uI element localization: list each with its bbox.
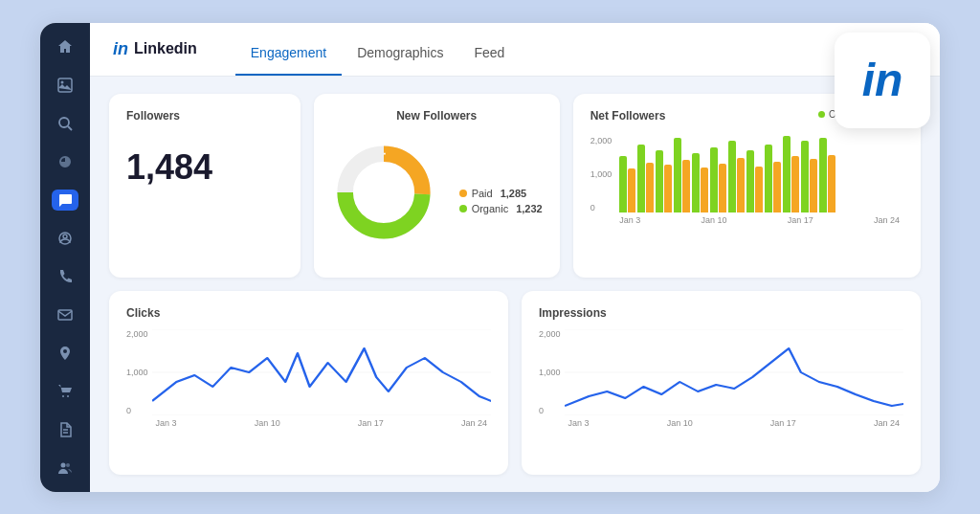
bar-group (656, 150, 672, 212)
followers-title: Followers (126, 109, 283, 123)
clicks-y-labels: 2,000 1,000 0 (126, 329, 148, 415)
clicks-line-chart (152, 329, 491, 415)
bar-chart-wrapper: 2,000 1,000 0 Jan 3 Jan 10 Jan 17 Jan (590, 136, 903, 262)
message-icon[interactable] (52, 190, 78, 211)
svg-point-7 (62, 395, 64, 397)
clicks-card: Clicks 2,000 1,000 0 (109, 291, 508, 475)
svg-point-11 (61, 462, 66, 467)
organic-bar (783, 136, 791, 212)
organic-dot (459, 205, 467, 212)
clicks-chart-area: 2,000 1,000 0 (126, 329, 491, 459)
user-circle-icon[interactable] (52, 228, 78, 249)
svg-point-12 (66, 463, 70, 467)
paid-bar (646, 163, 654, 212)
paid-bar (701, 168, 708, 212)
svg-line-3 (68, 126, 72, 130)
bar-group (692, 153, 708, 212)
organic-bar (746, 150, 754, 212)
impressions-chart-wrapper: 2,000 1,000 0 (539, 329, 903, 459)
paid-bar (628, 168, 635, 212)
impressions-title: Impressions (539, 306, 903, 320)
bar-group (674, 138, 690, 212)
followers-value: 1,484 (126, 147, 283, 188)
home-icon[interactable] (52, 36, 78, 57)
svg-point-8 (67, 395, 69, 397)
linkedin-logo-text: in (113, 39, 128, 59)
organic-bar (710, 147, 718, 212)
organic-bar (637, 145, 645, 212)
organic-bar (656, 150, 663, 212)
organic-legend-dot (818, 111, 825, 118)
location-icon[interactable] (52, 343, 78, 364)
file-icon[interactable] (52, 419, 78, 440)
paid-bar (810, 159, 817, 212)
group-icon[interactable] (52, 458, 78, 479)
svg-point-2 (59, 118, 69, 127)
bar-chart (615, 136, 903, 212)
clicks-chart-wrapper: 2,000 1,000 0 (126, 329, 491, 459)
chart-icon[interactable] (52, 151, 78, 172)
organic-bar (692, 153, 700, 212)
tab-demographics[interactable]: Demographics (342, 23, 458, 76)
organic-bar (765, 145, 772, 212)
linkedin-big-logo: in (862, 57, 903, 103)
paid-bar (737, 158, 745, 212)
cart-icon[interactable] (52, 381, 78, 402)
main-container: in Linkedin Engagement Demographics Feed (40, 23, 940, 492)
impressions-y-labels: 2,000 1,000 0 (539, 329, 561, 415)
tab-feed[interactable]: Feed (458, 23, 520, 76)
impressions-card: Impressions 2,000 1,000 0 (522, 291, 921, 475)
organic-bar (619, 156, 627, 212)
sidebar (40, 23, 90, 492)
paid-bar (682, 160, 690, 212)
new-followers-title: New Followers (396, 109, 477, 123)
paid-bar (791, 156, 799, 212)
phone-icon[interactable] (52, 266, 78, 287)
svg-point-1 (61, 80, 64, 83)
donut-legend: Paid 1,285 Organic 1,232 (459, 188, 543, 214)
content-area: Followers 1,484 New Followers (90, 77, 940, 492)
new-followers-card: New Followers (314, 94, 560, 278)
bar-group (746, 150, 763, 212)
donut-chart (331, 140, 446, 255)
image-icon[interactable] (52, 75, 78, 96)
main-content: in Linkedin Engagement Demographics Feed (90, 23, 940, 492)
app-title: Linkedin (134, 40, 197, 57)
clicks-title: Clicks (126, 306, 491, 320)
impressions-chart-area: 2,000 1,000 0 (539, 329, 903, 459)
nav-tabs: Engagement Demographics Feed (235, 23, 521, 76)
organic-bar (801, 141, 809, 212)
paid-dot (459, 190, 467, 197)
clicks-x-labels: Jan 3 Jan 10 Jan 17 Jan 24 (152, 418, 491, 428)
organic-bar (819, 138, 827, 212)
paid-bar (773, 162, 781, 212)
tab-engagement[interactable]: Engagement (235, 23, 342, 76)
organic-bar (674, 138, 681, 212)
organic-legend-item: Organic 1,232 (459, 203, 543, 214)
bar-group (819, 138, 835, 212)
bar-group (765, 145, 781, 212)
impressions-line-chart (565, 329, 903, 415)
followers-card: Followers 1,484 (109, 94, 301, 278)
bar-chart-x-labels: Jan 3 Jan 10 Jan 17 Jan 24 (615, 215, 903, 225)
paid-bar (664, 165, 672, 212)
paid-legend-item: Paid 1,285 (459, 188, 543, 199)
paid-bar (755, 167, 763, 212)
paid-bar (828, 155, 835, 212)
bar-group (710, 147, 726, 212)
header: in Linkedin Engagement Demographics Feed (90, 23, 940, 77)
svg-point-5 (63, 235, 67, 238)
impressions-x-labels: Jan 3 Jan 10 Jan 17 Jan 24 (565, 418, 903, 428)
bar-group (728, 141, 745, 212)
bar-group (801, 141, 817, 212)
bar-group (637, 145, 654, 212)
linkedin-logo-card: in (835, 33, 930, 128)
search-icon[interactable] (52, 113, 78, 134)
logo-area: in Linkedin (113, 39, 197, 59)
organic-bar (728, 141, 736, 212)
bar-chart-y-labels: 2,000 1,000 0 (590, 136, 612, 212)
svg-rect-0 (58, 78, 72, 92)
top-row: Followers 1,484 New Followers (109, 94, 921, 278)
bottom-row: Clicks 2,000 1,000 0 (109, 291, 921, 475)
mail-icon[interactable] (52, 304, 78, 325)
